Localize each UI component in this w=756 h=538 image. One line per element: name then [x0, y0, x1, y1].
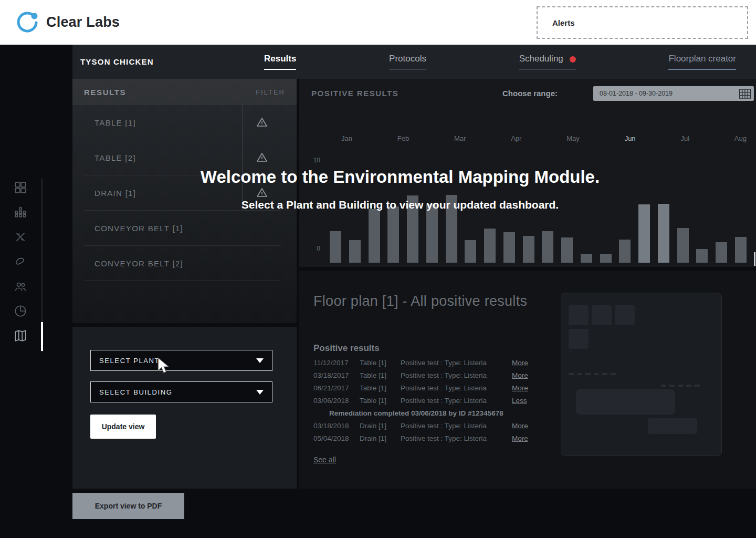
- chart-bar: [581, 254, 592, 263]
- floorplan-dashes: [569, 373, 616, 375]
- calendar-grid-icon[interactable]: [736, 89, 754, 99]
- welcome-title: Welcome to the Environmental Mapping Mod…: [44, 167, 756, 187]
- chart-bar: [349, 240, 361, 263]
- sample-icon[interactable]: [14, 255, 27, 268]
- chart-bar: [523, 236, 534, 263]
- floorplan-dashes: [661, 385, 700, 387]
- chart-bar: [387, 206, 399, 263]
- floorplan-shape: [615, 305, 635, 325]
- result-date: 06/21/2017: [313, 384, 356, 392]
- result-description: Positive test : Type: Listeria: [401, 434, 509, 442]
- select-building-label: SELECT BUILDING: [99, 388, 172, 396]
- result-description: Positive test : Type: Listeria: [401, 422, 509, 430]
- month-label: Apr: [511, 134, 521, 142]
- result-row: 06/21/2017 Table [1] Positive test : Typ…: [313, 384, 539, 392]
- select-plant-dropdown[interactable]: SELECT PLANT: [90, 350, 272, 371]
- dna-icon[interactable]: [14, 230, 27, 244]
- chart-bar: [619, 240, 631, 263]
- result-more-link[interactable]: More: [512, 422, 528, 430]
- tab-floorplan-creator[interactable]: Floorplan creator: [668, 54, 736, 70]
- result-description: Positive test : Type: Listeria: [401, 359, 509, 367]
- alerts-button[interactable]: Alerts: [537, 6, 748, 39]
- result-more-link[interactable]: More: [512, 434, 528, 442]
- chart-bar: [696, 249, 708, 263]
- brand-name: Clear Labs: [46, 14, 120, 30]
- scheduling-alert-dot: [570, 56, 576, 63]
- result-location: Drain [1]: [360, 422, 397, 430]
- date-range-value: 08-01-2018 - 09-30-2019: [593, 90, 736, 97]
- positive-results-subtitle: Positive results: [313, 343, 380, 354]
- result-description: Positive test : Type: Listeria: [401, 371, 509, 379]
- chart-bar: [638, 204, 650, 263]
- choose-range-label: Choose range:: [502, 89, 558, 98]
- sidebar-active-indicator: [41, 322, 43, 351]
- result-location: Table [1]: [360, 384, 397, 392]
- plant-building-select-panel: SELECT PLANT SELECT BUILDING Update view: [72, 327, 297, 489]
- main-nav: TYSON CHICKEN Results Protocols Scheduli…: [72, 45, 756, 79]
- chart-months: JanFebMarAprMayJunJulAug: [341, 134, 747, 142]
- result-location: Table [1]: [360, 359, 397, 367]
- chart-bar: [600, 254, 612, 263]
- result-more-link[interactable]: More: [512, 371, 528, 379]
- result-less-link[interactable]: Less: [512, 397, 527, 405]
- icon-sidebar: [0, 45, 72, 538]
- warning-icon: [242, 105, 281, 140]
- app-header: Clear Labs Alerts: [0, 0, 756, 45]
- pie-chart-icon[interactable]: [14, 304, 27, 318]
- result-date: 11/12/2017: [313, 359, 356, 367]
- tab-scheduling-label: Scheduling: [519, 54, 563, 64]
- result-more-link[interactable]: More: [512, 384, 528, 392]
- chart-bar: [561, 237, 573, 263]
- month-label: Jan: [341, 134, 352, 142]
- date-range-input[interactable]: 08-01-2018 - 09-30-2019: [593, 86, 754, 101]
- month-label: Mar: [454, 134, 466, 142]
- update-view-button[interactable]: Update view: [90, 415, 156, 439]
- remediation-note: Remediation completed 03/06/2018 by ID #…: [313, 409, 539, 417]
- map-icon[interactable]: [14, 329, 27, 343]
- chart-bar: [330, 231, 341, 263]
- result-description: Positive test : Type: Listeria: [401, 397, 509, 405]
- result-row: 03/18/2018 Drain [1] Positive test : Typ…: [313, 422, 539, 430]
- tab-protocols[interactable]: Protocols: [389, 54, 426, 70]
- month-label: Jun: [625, 134, 636, 142]
- chart-bar: [735, 237, 747, 263]
- environmental-mapping-page: Clear Labs Alerts TYSON CHICKEN Results …: [0, 0, 756, 538]
- result-more-link[interactable]: More: [512, 359, 528, 367]
- chart-bar: [503, 232, 515, 263]
- result-item-table-1[interactable]: TABLE [1]: [84, 105, 281, 140]
- tab-scheduling[interactable]: Scheduling: [519, 54, 576, 70]
- result-item-conveyor-1[interactable]: CONVEYOR BELT [1]: [84, 211, 281, 246]
- result-location: Table [1]: [360, 397, 397, 405]
- results-panel-header: RESULTS FILTER: [72, 79, 297, 105]
- team-icon[interactable]: [14, 280, 27, 293]
- tab-results-label: Results: [264, 54, 296, 64]
- see-all-link[interactable]: See all: [313, 456, 336, 464]
- scrollbar-thumb[interactable]: [754, 252, 755, 266]
- welcome-subtitle: Select a Plant and Building to view your…: [44, 199, 756, 211]
- result-row: 11/12/2017 Table [1] Positive test : Typ…: [313, 359, 539, 367]
- chart-bar: [677, 228, 689, 263]
- results-panel-title: RESULTS: [84, 88, 126, 97]
- positive-results-list: 11/12/2017 Table [1] Positive test : Typ…: [313, 359, 539, 447]
- chart-title: POSITIVE RESULTS: [311, 89, 398, 98]
- select-building-dropdown[interactable]: SELECT BUILDING: [90, 381, 272, 402]
- result-date: 03/06/2018: [313, 397, 356, 405]
- tab-results[interactable]: Results: [264, 54, 296, 70]
- floorplan-shape: [569, 305, 589, 325]
- filter-button[interactable]: FILTER: [256, 88, 285, 96]
- result-item-conveyor-2[interactable]: CONVEYOR BELT [2]: [84, 246, 281, 281]
- floorplan-thumbnail: [561, 293, 722, 456]
- result-date: 05/04/2018: [313, 434, 356, 442]
- y-tick: 10: [307, 157, 320, 164]
- tab-protocols-label: Protocols: [389, 54, 426, 64]
- select-plant-label: SELECT PLANT: [99, 357, 160, 365]
- chart-bar: [465, 240, 476, 263]
- tab-floorplan-creator-label: Floorplan creator: [668, 54, 736, 64]
- export-pdf-button[interactable]: Export view to PDF: [72, 493, 184, 519]
- alerts-label: Alerts: [538, 18, 575, 27]
- floorplan-panel: Floor plan [1] - All positive results Po…: [299, 271, 756, 489]
- chart-bar: [369, 209, 380, 263]
- welcome-overlay: Welcome to the Environmental Mapping Mod…: [0, 167, 756, 211]
- clear-labs-logo-icon: [16, 11, 39, 34]
- chart-bar: [484, 229, 496, 263]
